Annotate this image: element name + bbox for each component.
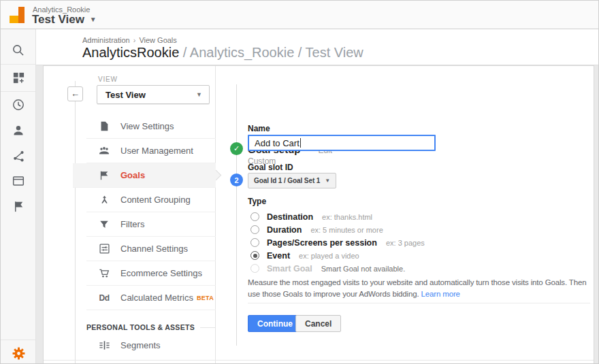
filters-icon <box>98 218 110 231</box>
beta-badge: BETA <box>197 295 214 301</box>
history-icon[interactable] <box>10 97 27 113</box>
channel-settings-icon <box>98 243 110 255</box>
goal-wizard: ✓ Goal setupEdit Custom 2 Goal descripti… <box>216 66 595 364</box>
top-header: Analytics_Rookie Test View▼ <box>1 1 599 29</box>
menu-item-view-settings[interactable]: View Settings <box>86 114 216 139</box>
radio-disabled-icon <box>250 264 259 273</box>
cancel-button[interactable]: Cancel <box>295 315 341 332</box>
radio-pages-per-session[interactable]: Pages/Screens per session ex: 3 pages <box>250 236 425 249</box>
radio-selected-icon <box>250 251 259 260</box>
text-cursor <box>300 138 301 148</box>
content-grouping-icon <box>98 194 110 206</box>
radio-smart-goal: Smart Goal Smart Goal not available. <box>250 262 425 275</box>
acquisition-icon[interactable] <box>10 148 27 164</box>
radio-destination[interactable]: Destination ex: thanks.html <box>250 210 425 223</box>
menu-item-content-grouping[interactable]: Content Grouping <box>86 188 216 212</box>
icon-rail <box>1 29 36 364</box>
goal-name-input[interactable]: Add to Cart <box>248 135 436 151</box>
view-section-label: VIEW <box>98 76 118 83</box>
type-label: Type <box>248 197 266 206</box>
goal-slot-dropdown[interactable]: Goal Id 1 / Goal Set 1 ▼ <box>248 173 336 188</box>
customization-icon[interactable] <box>10 69 27 86</box>
radio-icon <box>250 212 259 221</box>
continue-button[interactable]: Continue <box>248 315 302 332</box>
conversions-icon[interactable] <box>10 198 27 214</box>
menu-item-ecommerce-settings[interactable]: Ecommerce Settings <box>86 261 216 286</box>
menu-item-user-management[interactable]: User Management <box>86 139 216 163</box>
ecommerce-icon <box>98 267 110 280</box>
calculated-metrics-icon: Dd <box>98 292 110 304</box>
view-selector-dropdown[interactable]: Test View ▼ <box>97 85 210 104</box>
step2-number-badge: 2 <box>230 173 243 186</box>
search-icon[interactable] <box>10 42 27 59</box>
radio-icon <box>250 238 259 247</box>
radio-icon <box>250 225 259 234</box>
learn-more-link[interactable]: Learn more <box>421 290 460 298</box>
chevron-down-icon: ▼ <box>196 91 202 98</box>
menu-item-calculated-metrics[interactable]: Dd Calculated Metrics BETA <box>86 286 216 310</box>
menu-item-goals[interactable]: Goals <box>73 163 216 188</box>
radio-duration[interactable]: Duration ex: 5 minutes or more <box>250 223 425 236</box>
name-label: Name <box>248 124 270 133</box>
analytics-admin-page: Analytics_Rookie Test View▼ <box>0 0 599 364</box>
back-button[interactable]: ← <box>67 86 83 101</box>
page-title-path: / Analytics_Rookie / Test View <box>183 45 363 60</box>
radio-event[interactable]: Event ex: played a video <box>250 249 425 262</box>
view-settings-nav: ← VIEW Test View ▼ View Settings User Ma… <box>44 66 216 364</box>
type-options: Destination ex: thanks.html Duration ex:… <box>250 210 425 275</box>
segments-icon <box>98 340 110 352</box>
view-settings-icon <box>98 120 110 133</box>
view-menu: View Settings User Management Goals Cont… <box>86 114 216 310</box>
menu-item-channel-settings[interactable]: Channel Settings <box>86 237 216 261</box>
breadcrumb-view-goals[interactable]: View Goals <box>139 36 176 44</box>
goal-slot-label: Goal slot ID <box>248 163 293 172</box>
analytics-logo-icon[interactable] <box>10 7 26 23</box>
nav-vertical-line <box>75 81 76 364</box>
back-arrow-icon: ← <box>71 88 80 99</box>
user-management-icon <box>98 145 110 157</box>
personal-tools-header: PERSONAL TOOLS & ASSETS <box>86 323 216 331</box>
admin-content-card: ← VIEW Test View ▼ View Settings User Ma… <box>43 65 594 364</box>
goals-flag-icon <box>98 169 110 182</box>
behavior-icon[interactable] <box>10 173 27 189</box>
menu-item-segments[interactable]: Segments <box>86 334 216 357</box>
breadcrumb-band: Administration›View Goals AnalyticsRooki… <box>36 29 599 65</box>
breadcrumb-administration[interactable]: Administration <box>82 36 130 44</box>
audience-icon[interactable] <box>10 122 27 139</box>
admin-gear-icon[interactable] <box>10 345 27 361</box>
page-title-account: AnalyticsRookie <box>82 45 179 60</box>
chevron-down-icon: ▼ <box>90 16 97 23</box>
divider <box>248 303 590 303</box>
step1-check-icon: ✓ <box>230 142 243 155</box>
page-title: AnalyticsRookie / Analytics_Rookie / Tes… <box>82 45 363 61</box>
stepper-line <box>236 84 237 346</box>
breadcrumb: Administration›View Goals <box>82 36 177 44</box>
smart-goal-description: Measure the most engaged visits to your … <box>248 277 596 299</box>
view-switcher[interactable]: Test View▼ <box>32 13 97 27</box>
chevron-down-icon: ▼ <box>325 178 330 184</box>
menu-item-filters[interactable]: Filters <box>86 212 216 237</box>
